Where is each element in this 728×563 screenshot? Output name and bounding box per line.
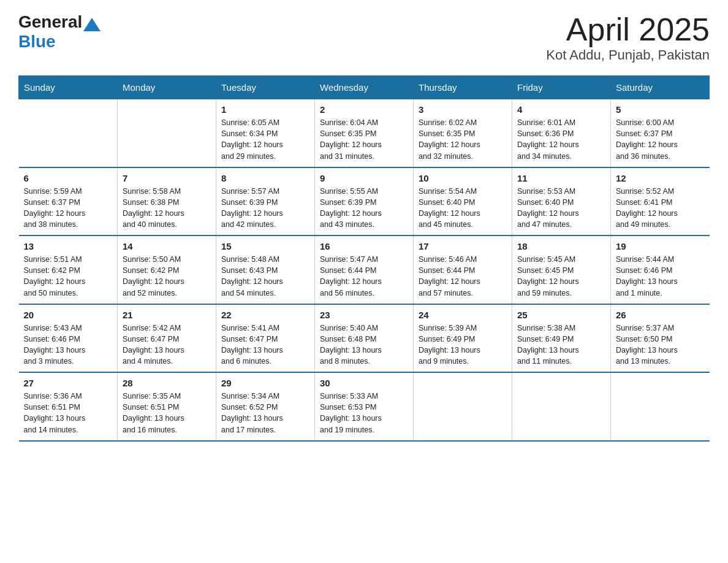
header-friday: Friday (512, 76, 611, 99)
day-info: Sunrise: 5:42 AM Sunset: 6:47 PM Dayligh… (123, 323, 211, 367)
table-row: 23Sunrise: 5:40 AM Sunset: 6:48 PM Dayli… (315, 304, 414, 373)
table-row: 19Sunrise: 5:44 AM Sunset: 6:46 PM Dayli… (611, 236, 710, 304)
day-info: Sunrise: 5:44 AM Sunset: 6:46 PM Dayligh… (616, 254, 705, 299)
table-row: 16Sunrise: 5:47 AM Sunset: 6:44 PM Dayli… (315, 236, 414, 304)
day-number: 26 (616, 310, 705, 320)
title-section: April 2025 Kot Addu, Punjab, Pakistan (546, 12, 710, 63)
table-row: 1Sunrise: 6:05 AM Sunset: 6:34 PM Daylig… (216, 99, 315, 167)
header-wednesday: Wednesday (315, 76, 414, 99)
day-number: 16 (320, 241, 408, 251)
day-number: 19 (616, 241, 705, 251)
day-info: Sunrise: 5:46 AM Sunset: 6:44 PM Dayligh… (419, 254, 507, 299)
table-row: 4Sunrise: 6:01 AM Sunset: 6:36 PM Daylig… (512, 99, 611, 167)
day-number: 18 (517, 241, 605, 251)
table-row (414, 372, 512, 441)
day-info: Sunrise: 5:53 AM Sunset: 6:40 PM Dayligh… (517, 186, 605, 231)
day-info: Sunrise: 5:38 AM Sunset: 6:49 PM Dayligh… (517, 323, 605, 367)
page-header: General Blue April 2025 Kot Addu, Punjab… (18, 12, 710, 63)
table-row: 9Sunrise: 5:55 AM Sunset: 6:39 PM Daylig… (315, 167, 414, 236)
day-number: 21 (123, 310, 211, 320)
day-number: 1 (221, 104, 309, 115)
table-row: 28Sunrise: 5:35 AM Sunset: 6:51 PM Dayli… (118, 372, 216, 441)
day-info: Sunrise: 5:45 AM Sunset: 6:45 PM Dayligh… (517, 254, 605, 299)
day-info: Sunrise: 5:33 AM Sunset: 6:53 PM Dayligh… (320, 391, 408, 435)
table-row (118, 99, 216, 167)
table-row: 13Sunrise: 5:51 AM Sunset: 6:42 PM Dayli… (19, 236, 118, 304)
day-info: Sunrise: 6:02 AM Sunset: 6:35 PM Dayligh… (419, 117, 507, 162)
day-info: Sunrise: 5:34 AM Sunset: 6:52 PM Dayligh… (221, 391, 309, 435)
day-info: Sunrise: 5:52 AM Sunset: 6:41 PM Dayligh… (616, 186, 705, 231)
day-number: 29 (221, 378, 309, 388)
day-number: 3 (419, 104, 507, 115)
page-subtitle: Kot Addu, Punjab, Pakistan (546, 47, 710, 63)
calendar-week-row: 6Sunrise: 5:59 AM Sunset: 6:37 PM Daylig… (19, 167, 710, 236)
day-info: Sunrise: 5:51 AM Sunset: 6:42 PM Dayligh… (24, 254, 113, 299)
table-row: 14Sunrise: 5:50 AM Sunset: 6:42 PM Dayli… (118, 236, 216, 304)
table-row: 17Sunrise: 5:46 AM Sunset: 6:44 PM Dayli… (414, 236, 512, 304)
table-row: 6Sunrise: 5:59 AM Sunset: 6:37 PM Daylig… (19, 167, 118, 236)
day-number: 12 (616, 173, 705, 183)
day-info: Sunrise: 5:40 AM Sunset: 6:48 PM Dayligh… (320, 323, 408, 367)
calendar-week-row: 27Sunrise: 5:36 AM Sunset: 6:51 PM Dayli… (19, 372, 710, 441)
table-row: 20Sunrise: 5:43 AM Sunset: 6:46 PM Dayli… (19, 304, 118, 373)
table-row (19, 99, 118, 167)
day-info: Sunrise: 6:01 AM Sunset: 6:36 PM Dayligh… (517, 117, 605, 162)
day-number: 23 (320, 310, 408, 320)
day-number: 5 (616, 104, 705, 115)
page-title: April 2025 (546, 12, 710, 47)
day-info: Sunrise: 5:36 AM Sunset: 6:51 PM Dayligh… (24, 391, 113, 435)
logo-triangle-icon (83, 18, 100, 31)
header-saturday: Saturday (611, 76, 710, 99)
day-number: 6 (24, 173, 113, 183)
header-thursday: Thursday (414, 76, 512, 99)
table-row: 7Sunrise: 5:58 AM Sunset: 6:38 PM Daylig… (118, 167, 216, 236)
table-row: 30Sunrise: 5:33 AM Sunset: 6:53 PM Dayli… (315, 372, 414, 441)
calendar-table: Sunday Monday Tuesday Wednesday Thursday… (18, 75, 710, 442)
day-number: 2 (320, 104, 408, 115)
day-number: 8 (221, 173, 309, 183)
day-info: Sunrise: 5:50 AM Sunset: 6:42 PM Dayligh… (123, 254, 211, 299)
day-number: 28 (123, 378, 211, 388)
day-number: 22 (221, 310, 309, 320)
day-info: Sunrise: 5:41 AM Sunset: 6:47 PM Dayligh… (221, 323, 309, 367)
day-info: Sunrise: 5:47 AM Sunset: 6:44 PM Dayligh… (320, 254, 408, 299)
day-number: 14 (123, 241, 211, 251)
day-number: 11 (517, 173, 605, 183)
table-row: 21Sunrise: 5:42 AM Sunset: 6:47 PM Dayli… (118, 304, 216, 373)
table-row: 22Sunrise: 5:41 AM Sunset: 6:47 PM Dayli… (216, 304, 315, 373)
day-number: 7 (123, 173, 211, 183)
day-info: Sunrise: 5:37 AM Sunset: 6:50 PM Dayligh… (616, 323, 705, 367)
day-number: 27 (24, 378, 113, 388)
table-row: 2Sunrise: 6:04 AM Sunset: 6:35 PM Daylig… (315, 99, 414, 167)
day-info: Sunrise: 5:55 AM Sunset: 6:39 PM Dayligh… (320, 186, 408, 231)
table-row: 29Sunrise: 5:34 AM Sunset: 6:52 PM Dayli… (216, 372, 315, 441)
day-number: 30 (320, 378, 408, 388)
day-info: Sunrise: 5:54 AM Sunset: 6:40 PM Dayligh… (419, 186, 507, 231)
day-number: 17 (419, 241, 507, 251)
calendar-week-row: 1Sunrise: 6:05 AM Sunset: 6:34 PM Daylig… (19, 99, 710, 167)
table-row (512, 372, 611, 441)
table-row: 26Sunrise: 5:37 AM Sunset: 6:50 PM Dayli… (611, 304, 710, 373)
logo-general-text: General (18, 12, 82, 32)
table-row: 8Sunrise: 5:57 AM Sunset: 6:39 PM Daylig… (216, 167, 315, 236)
header-tuesday: Tuesday (216, 76, 315, 99)
day-info: Sunrise: 5:48 AM Sunset: 6:43 PM Dayligh… (221, 254, 309, 299)
day-info: Sunrise: 5:57 AM Sunset: 6:39 PM Dayligh… (221, 186, 309, 231)
logo-blue-text: Blue (18, 32, 56, 51)
logo: General Blue (18, 12, 102, 52)
table-row: 24Sunrise: 5:39 AM Sunset: 6:49 PM Dayli… (414, 304, 512, 373)
header-sunday: Sunday (19, 76, 118, 99)
day-info: Sunrise: 5:43 AM Sunset: 6:46 PM Dayligh… (24, 323, 113, 367)
day-number: 15 (221, 241, 309, 251)
table-row: 5Sunrise: 6:00 AM Sunset: 6:37 PM Daylig… (611, 99, 710, 167)
header-monday: Monday (118, 76, 216, 99)
table-row: 18Sunrise: 5:45 AM Sunset: 6:45 PM Dayli… (512, 236, 611, 304)
day-info: Sunrise: 6:04 AM Sunset: 6:35 PM Dayligh… (320, 117, 408, 162)
day-info: Sunrise: 6:05 AM Sunset: 6:34 PM Dayligh… (221, 117, 309, 162)
table-row: 15Sunrise: 5:48 AM Sunset: 6:43 PM Dayli… (216, 236, 315, 304)
day-number: 20 (24, 310, 113, 320)
table-row: 10Sunrise: 5:54 AM Sunset: 6:40 PM Dayli… (414, 167, 512, 236)
day-info: Sunrise: 5:35 AM Sunset: 6:51 PM Dayligh… (123, 391, 211, 435)
calendar-header-row: Sunday Monday Tuesday Wednesday Thursday… (19, 76, 710, 99)
day-number: 10 (419, 173, 507, 183)
